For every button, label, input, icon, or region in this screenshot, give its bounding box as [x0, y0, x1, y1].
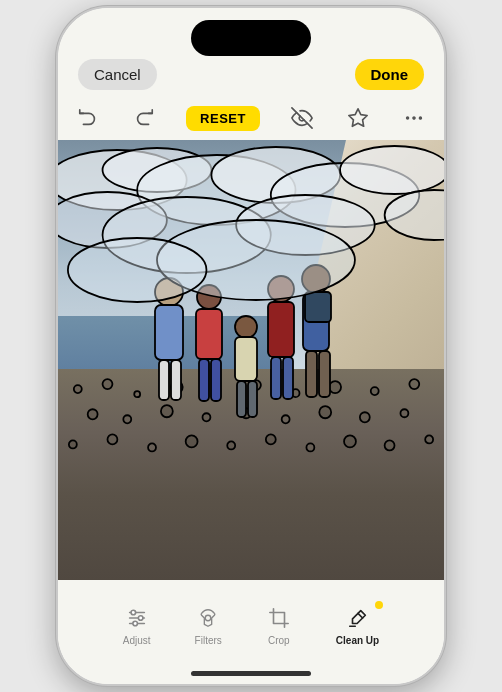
power-button[interactable] [444, 188, 446, 258]
adjust-icon [124, 605, 150, 631]
crop-label: Crop [268, 635, 290, 646]
svg-point-27 [88, 409, 98, 419]
cleanup-dot [375, 601, 383, 609]
filters-label: Filters [195, 635, 222, 646]
tab-cleanup[interactable]: Clean Up [314, 597, 401, 654]
svg-point-2 [413, 117, 415, 119]
svg-point-35 [400, 409, 408, 417]
tab-adjust[interactable]: Adjust [101, 597, 173, 654]
svg-point-10 [340, 146, 444, 194]
svg-rect-56 [237, 381, 246, 417]
edit-tools-row: RESET [58, 96, 444, 140]
svg-point-16 [68, 238, 207, 302]
svg-point-3 [419, 117, 421, 119]
cancel-button[interactable]: Cancel [78, 59, 157, 90]
cleanup-icon [345, 605, 371, 631]
svg-point-4 [407, 117, 409, 119]
filters-icon [195, 605, 221, 631]
adjust-label: Adjust [123, 635, 151, 646]
svg-point-28 [123, 415, 131, 423]
svg-point-19 [134, 391, 140, 397]
tab-filters[interactable]: Filters [173, 597, 244, 654]
hide-original-icon[interactable] [288, 104, 316, 132]
top-bar: Cancel Done [58, 8, 444, 96]
svg-point-43 [344, 435, 356, 447]
phone-frame: Cancel Done RESET [56, 6, 446, 686]
svg-point-71 [131, 610, 136, 615]
svg-line-75 [358, 613, 363, 618]
svg-point-72 [138, 615, 143, 620]
photo-scene [58, 140, 444, 580]
svg-point-36 [69, 440, 77, 448]
svg-point-34 [360, 412, 370, 422]
svg-point-37 [107, 434, 117, 444]
svg-point-25 [371, 387, 379, 395]
clouds-svg [58, 140, 444, 382]
cleanup-label: Clean Up [336, 635, 379, 646]
magic-icon[interactable] [344, 104, 372, 132]
reset-button[interactable]: RESET [186, 106, 260, 131]
svg-rect-57 [248, 381, 257, 417]
undo-icon[interactable] [74, 104, 102, 132]
redo-icon[interactable] [130, 104, 158, 132]
done-button[interactable]: Done [355, 59, 425, 90]
crop-icon [266, 605, 292, 631]
tab-crop[interactable]: Crop [244, 597, 314, 654]
svg-marker-1 [349, 109, 367, 126]
bottom-tab-bar: Adjust Filters [58, 590, 444, 660]
photo-area[interactable] [58, 140, 444, 580]
svg-point-74 [205, 615, 211, 621]
home-indicator [191, 671, 311, 676]
svg-point-44 [385, 440, 395, 450]
more-options-icon[interactable] [400, 104, 428, 132]
svg-point-73 [133, 621, 138, 626]
svg-point-17 [74, 385, 82, 393]
svg-point-45 [425, 435, 433, 443]
screen: Cancel Done RESET [58, 8, 444, 684]
